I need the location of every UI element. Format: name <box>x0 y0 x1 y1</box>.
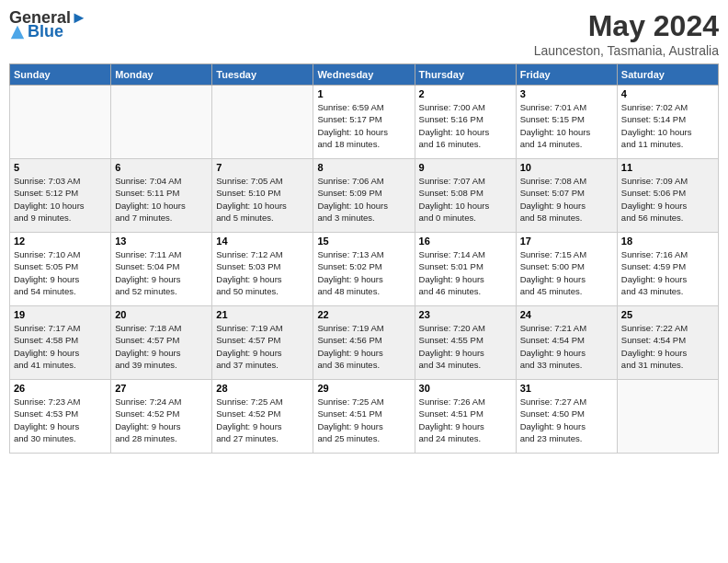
day-cell: 13Sunrise: 7:11 AM Sunset: 5:04 PM Dayli… <box>111 233 212 306</box>
day-number: 12 <box>14 236 107 247</box>
day-info: Sunrise: 7:22 AM Sunset: 4:54 PM Dayligh… <box>621 322 714 371</box>
day-info: Sunrise: 7:12 AM Sunset: 5:03 PM Dayligh… <box>216 248 309 297</box>
day-cell: 23Sunrise: 7:20 AM Sunset: 4:55 PM Dayli… <box>415 306 516 380</box>
day-number: 31 <box>520 383 613 394</box>
day-cell <box>10 86 111 159</box>
day-cell: 1Sunrise: 6:59 AM Sunset: 5:17 PM Daylig… <box>313 86 415 159</box>
day-info: Sunrise: 7:02 AM Sunset: 5:14 PM Dayligh… <box>621 101 714 150</box>
day-cell: 28Sunrise: 7:25 AM Sunset: 4:52 PM Dayli… <box>212 380 313 454</box>
page: General► Blue May 2024 Launceston, Tasma… <box>0 0 728 563</box>
day-cell: 6Sunrise: 7:04 AM Sunset: 5:11 PM Daylig… <box>111 159 212 233</box>
day-info: Sunrise: 7:03 AM Sunset: 5:12 PM Dayligh… <box>14 175 107 224</box>
day-cell: 31Sunrise: 7:27 AM Sunset: 4:50 PM Dayli… <box>516 380 617 454</box>
day-number: 19 <box>14 309 107 320</box>
day-number: 24 <box>520 309 613 320</box>
title-area: May 2024 Launceston, Tasmania, Australia <box>534 9 719 58</box>
header-saturday: Saturday <box>617 64 718 86</box>
day-cell: 12Sunrise: 7:10 AM Sunset: 5:05 PM Dayli… <box>10 233 111 306</box>
day-cell: 14Sunrise: 7:12 AM Sunset: 5:03 PM Dayli… <box>212 233 313 306</box>
day-cell: 20Sunrise: 7:18 AM Sunset: 4:57 PM Dayli… <box>111 306 212 380</box>
day-number: 9 <box>419 162 512 173</box>
day-number: 1 <box>317 88 410 99</box>
day-cell: 16Sunrise: 7:14 AM Sunset: 5:01 PM Dayli… <box>415 233 516 306</box>
day-info: Sunrise: 7:08 AM Sunset: 5:07 PM Dayligh… <box>520 175 613 224</box>
day-number: 5 <box>14 162 107 173</box>
day-number: 22 <box>317 309 410 320</box>
day-cell: 10Sunrise: 7:08 AM Sunset: 5:07 PM Dayli… <box>516 159 617 233</box>
day-cell: 29Sunrise: 7:25 AM Sunset: 4:51 PM Dayli… <box>313 380 415 454</box>
header-wednesday: Wednesday <box>313 64 415 86</box>
day-number: 15 <box>317 236 410 247</box>
calendar-table: SundayMondayTuesdayWednesdayThursdayFrid… <box>9 63 719 454</box>
day-number: 13 <box>115 236 208 247</box>
day-cell: 25Sunrise: 7:22 AM Sunset: 4:54 PM Dayli… <box>617 306 718 380</box>
day-number: 17 <box>520 236 613 247</box>
day-number: 29 <box>317 383 410 394</box>
day-info: Sunrise: 7:01 AM Sunset: 5:15 PM Dayligh… <box>520 101 613 150</box>
day-number: 18 <box>621 236 714 247</box>
day-cell <box>111 86 212 159</box>
week-row-4: 26Sunrise: 7:23 AM Sunset: 4:53 PM Dayli… <box>10 380 719 454</box>
day-cell: 15Sunrise: 7:13 AM Sunset: 5:02 PM Dayli… <box>313 233 415 306</box>
day-number: 8 <box>317 162 410 173</box>
day-number: 27 <box>115 383 208 394</box>
day-cell: 24Sunrise: 7:21 AM Sunset: 4:54 PM Dayli… <box>516 306 617 380</box>
day-number: 10 <box>520 162 613 173</box>
logo-icon <box>9 24 26 40</box>
day-cell: 26Sunrise: 7:23 AM Sunset: 4:53 PM Dayli… <box>10 380 111 454</box>
day-number: 23 <box>419 309 512 320</box>
day-info: Sunrise: 7:14 AM Sunset: 5:01 PM Dayligh… <box>419 248 512 297</box>
day-info: Sunrise: 7:19 AM Sunset: 4:56 PM Dayligh… <box>317 322 410 371</box>
day-info: Sunrise: 7:00 AM Sunset: 5:16 PM Dayligh… <box>419 101 512 150</box>
day-number: 4 <box>621 88 714 99</box>
day-number: 14 <box>216 236 309 247</box>
day-info: Sunrise: 7:25 AM Sunset: 4:52 PM Dayligh… <box>216 396 309 444</box>
day-cell: 21Sunrise: 7:19 AM Sunset: 4:57 PM Dayli… <box>212 306 313 380</box>
day-number: 16 <box>419 236 512 247</box>
day-number: 26 <box>14 383 107 394</box>
day-info: Sunrise: 7:17 AM Sunset: 4:58 PM Dayligh… <box>14 322 107 371</box>
day-info: Sunrise: 7:11 AM Sunset: 5:04 PM Dayligh… <box>115 248 208 297</box>
location-title: Launceston, Tasmania, Australia <box>534 43 719 58</box>
day-cell: 22Sunrise: 7:19 AM Sunset: 4:56 PM Dayli… <box>313 306 415 380</box>
day-number: 21 <box>216 309 309 320</box>
day-number: 2 <box>419 88 512 99</box>
day-info: Sunrise: 7:06 AM Sunset: 5:09 PM Dayligh… <box>317 175 410 224</box>
header: General► Blue May 2024 Launceston, Tasma… <box>9 9 719 58</box>
day-info: Sunrise: 7:04 AM Sunset: 5:11 PM Dayligh… <box>115 175 208 224</box>
week-row-0: 1Sunrise: 6:59 AM Sunset: 5:17 PM Daylig… <box>10 86 719 159</box>
day-info: Sunrise: 7:23 AM Sunset: 4:53 PM Dayligh… <box>14 396 107 444</box>
day-cell: 5Sunrise: 7:03 AM Sunset: 5:12 PM Daylig… <box>10 159 111 233</box>
day-number: 7 <box>216 162 309 173</box>
week-row-3: 19Sunrise: 7:17 AM Sunset: 4:58 PM Dayli… <box>10 306 719 380</box>
day-cell: 7Sunrise: 7:05 AM Sunset: 5:10 PM Daylig… <box>212 159 313 233</box>
day-info: Sunrise: 7:15 AM Sunset: 5:00 PM Dayligh… <box>520 248 613 297</box>
header-friday: Friday <box>516 64 617 86</box>
day-info: Sunrise: 7:24 AM Sunset: 4:52 PM Dayligh… <box>115 396 208 444</box>
header-monday: Monday <box>111 64 212 86</box>
day-info: Sunrise: 7:09 AM Sunset: 5:06 PM Dayligh… <box>621 175 714 224</box>
day-cell: 18Sunrise: 7:16 AM Sunset: 4:59 PM Dayli… <box>617 233 718 306</box>
day-number: 30 <box>419 383 512 394</box>
day-number: 28 <box>216 383 309 394</box>
day-info: Sunrise: 7:07 AM Sunset: 5:08 PM Dayligh… <box>419 175 512 224</box>
day-info: Sunrise: 7:18 AM Sunset: 4:57 PM Dayligh… <box>115 322 208 371</box>
day-cell: 11Sunrise: 7:09 AM Sunset: 5:06 PM Dayli… <box>617 159 718 233</box>
day-info: Sunrise: 7:19 AM Sunset: 4:57 PM Dayligh… <box>216 322 309 371</box>
header-tuesday: Tuesday <box>212 64 313 86</box>
day-cell: 2Sunrise: 7:00 AM Sunset: 5:16 PM Daylig… <box>415 86 516 159</box>
logo: General► Blue <box>9 9 87 41</box>
day-info: Sunrise: 7:27 AM Sunset: 4:50 PM Dayligh… <box>520 396 613 444</box>
day-info: Sunrise: 7:16 AM Sunset: 4:59 PM Dayligh… <box>621 248 714 297</box>
day-cell: 4Sunrise: 7:02 AM Sunset: 5:14 PM Daylig… <box>617 86 718 159</box>
svg-marker-0 <box>11 25 24 38</box>
day-info: Sunrise: 7:05 AM Sunset: 5:10 PM Dayligh… <box>216 175 309 224</box>
month-title: May 2024 <box>534 9 719 43</box>
header-thursday: Thursday <box>415 64 516 86</box>
day-info: Sunrise: 7:10 AM Sunset: 5:05 PM Dayligh… <box>14 248 107 297</box>
day-info: Sunrise: 7:21 AM Sunset: 4:54 PM Dayligh… <box>520 322 613 371</box>
logo-blue-text: Blue <box>28 22 63 41</box>
day-cell <box>212 86 313 159</box>
header-row: SundayMondayTuesdayWednesdayThursdayFrid… <box>10 64 719 86</box>
day-info: Sunrise: 7:26 AM Sunset: 4:51 PM Dayligh… <box>419 396 512 444</box>
